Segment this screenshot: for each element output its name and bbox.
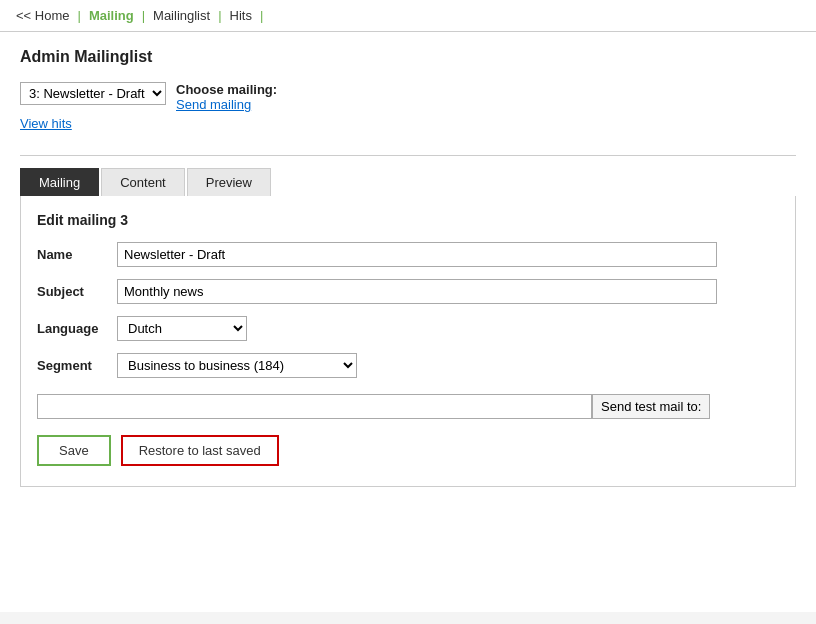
mailing-select[interactable]: 3: Newsletter - Draft	[20, 82, 166, 105]
subject-field[interactable]	[117, 279, 717, 304]
segment-select[interactable]: Business to business (184)	[117, 353, 357, 378]
tab-mailing[interactable]: Mailing	[20, 168, 99, 196]
segment-row: Segment Business to business (184)	[37, 353, 779, 378]
form-section: Edit mailing 3 Name Subject Language	[20, 196, 796, 487]
main-content: Admin Mailinglist 3: Newsletter - Draft …	[0, 32, 816, 612]
divider	[20, 155, 796, 156]
form-section-title: Edit mailing 3	[37, 212, 779, 228]
language-label: Language	[37, 321, 117, 336]
test-mail-row: Send test mail to:	[37, 394, 779, 419]
restore-button[interactable]: Restore to last saved	[121, 435, 279, 466]
mailing-select-row: 3: Newsletter - Draft Choose mailing: Se…	[20, 82, 796, 112]
page-title: Admin Mailinglist	[20, 48, 796, 66]
tab-preview[interactable]: Preview	[187, 168, 271, 196]
top-nav: << Home | Mailing | Mailinglist | Hits |	[0, 0, 816, 32]
subject-field-wrapper	[117, 279, 779, 304]
sep4: |	[260, 8, 263, 23]
name-field-wrapper	[117, 242, 779, 267]
choose-mailing-label: Choose mailing:	[176, 82, 277, 97]
tab-content[interactable]: Content	[101, 168, 185, 196]
nav-mailinglist[interactable]: Mailinglist	[153, 8, 210, 23]
name-label: Name	[37, 247, 117, 262]
sep2: |	[142, 8, 145, 23]
nav-home[interactable]: << Home	[16, 8, 69, 23]
sep1: |	[77, 8, 80, 23]
button-row: Save Restore to last saved	[37, 435, 779, 466]
send-test-mail-button[interactable]: Send test mail to:	[592, 394, 710, 419]
subject-row: Subject	[37, 279, 779, 304]
subject-label: Subject	[37, 284, 117, 299]
language-row: Language Dutch English German French	[37, 316, 779, 341]
test-mail-input[interactable]	[37, 394, 592, 419]
nav-hits[interactable]: Hits	[230, 8, 252, 23]
name-row: Name	[37, 242, 779, 267]
view-hits-link[interactable]: View hits	[20, 116, 72, 131]
segment-field-wrapper: Business to business (184)	[117, 353, 779, 378]
segment-label: Segment	[37, 358, 117, 373]
save-button[interactable]: Save	[37, 435, 111, 466]
tabs: Mailing Content Preview	[20, 168, 796, 196]
sep3: |	[218, 8, 221, 23]
language-select[interactable]: Dutch English German French	[117, 316, 247, 341]
choose-mailing-block: Choose mailing: Send mailing	[176, 82, 277, 112]
nav-mailing[interactable]: Mailing	[89, 8, 134, 23]
language-field-wrapper: Dutch English German French	[117, 316, 779, 341]
send-mailing-link[interactable]: Send mailing	[176, 97, 277, 112]
name-field[interactable]	[117, 242, 717, 267]
